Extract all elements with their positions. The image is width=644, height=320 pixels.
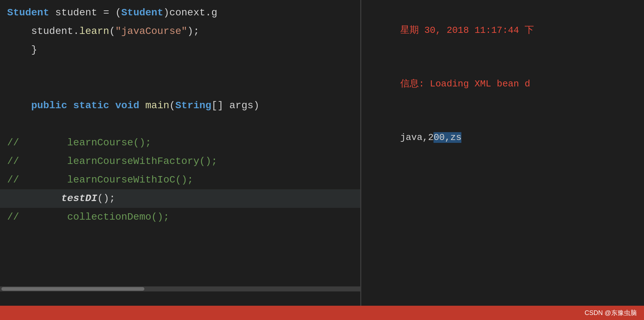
code-line-student-assign: Student student = (Student)conext.g	[0, 4, 361, 22]
code-line-comment-collection: // collectionDemo();	[0, 208, 361, 226]
code-kw-public: public	[31, 96, 67, 115]
code-method-testdi: testDI	[61, 189, 97, 208]
code-comment-ioc: learnCourseWithIoC();	[67, 171, 193, 189]
editor-scrollbar-thumb[interactable]	[1, 287, 144, 291]
console-datetime-text: 星期 30, 2018 11:17:44 下	[400, 25, 534, 36]
editor-horizontal-scrollbar[interactable]	[0, 286, 361, 291]
code-type-string: String	[175, 96, 212, 115]
code-line-comment-ioc: // learnCourseWithIoC();	[0, 171, 361, 189]
code-line-close-brace: }	[0, 41, 361, 59]
status-bar-text: CSDN @东豫虫脑	[585, 309, 637, 317]
code-comment-slash-ioc: //	[7, 171, 19, 189]
code-string-javacourse: "javaCourse"	[115, 22, 187, 41]
code-comment-factory: learnCourseWithFactory();	[67, 152, 217, 171]
code-method-learn: learn	[79, 22, 109, 41]
console-output-java: java,2	[400, 132, 434, 143]
console-line-loading: 信息: Loading XML bean d	[367, 57, 639, 111]
code-line-learn: student.learn("javaCourse");	[0, 22, 361, 41]
console-panel: 星期 30, 2018 11:17:44 下 信息: Loading XML b…	[361, 0, 644, 306]
code-keyword-type: Student	[7, 4, 49, 22]
code-line-comment-learn: // learnCourse();	[0, 134, 361, 152]
code-comment-collection: collectionDemo();	[67, 208, 169, 226]
code-line-main-sig: public static void main(String[] args)	[0, 96, 361, 115]
status-bar: CSDN @东豫虫脑	[0, 306, 644, 320]
code-kw-void: void	[115, 96, 139, 115]
console-output-highlighted: 00,zs	[434, 132, 461, 143]
console-line-datetime: 星期 30, 2018 11:17:44 下	[367, 4, 639, 57]
code-content: Student student = (Student)conext.g stud…	[0, 0, 361, 230]
code-line-blank1	[0, 59, 361, 78]
code-comment-slash-learn: //	[7, 134, 19, 152]
code-line-blank3	[0, 115, 361, 134]
code-line-testdi: testDI();	[0, 189, 361, 208]
code-kw-static: static	[73, 96, 109, 115]
code-comment-slash-collection: //	[7, 208, 19, 226]
code-method-main: main	[145, 96, 169, 115]
code-line-blank2	[0, 78, 361, 96]
code-comment-slash-factory: //	[7, 152, 19, 171]
code-var-student: student	[55, 4, 97, 22]
code-comment-learncourse: learnCourse();	[67, 134, 151, 152]
console-line-output: java,200,zs	[367, 111, 639, 164]
console-content: 星期 30, 2018 11:17:44 下 信息: Loading XML b…	[361, 0, 644, 168]
code-cast-student: Student	[121, 4, 163, 22]
console-loading-text: 信息: Loading XML bean d	[400, 79, 530, 89]
editor-panel: Student student = (Student)conext.g stud…	[0, 0, 361, 306]
code-line-comment-factory: // learnCourseWithFactory();	[0, 152, 361, 171]
